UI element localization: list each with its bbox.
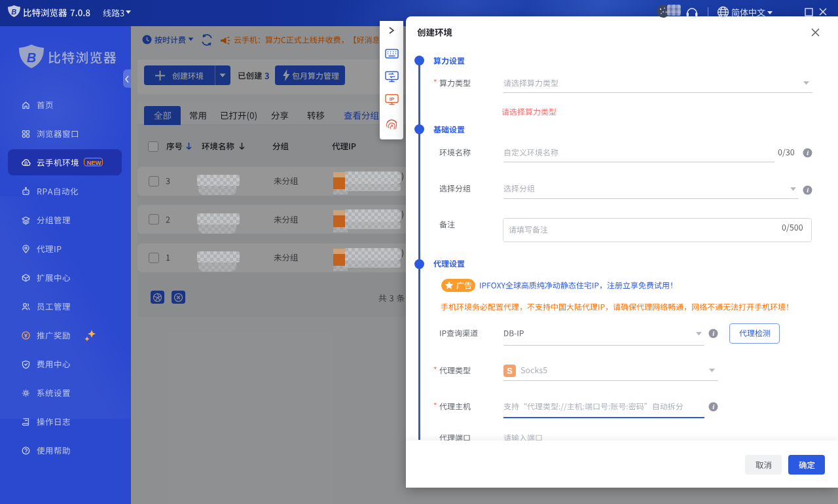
svg-text:i: i — [712, 403, 714, 410]
svg-text:i: i — [807, 187, 809, 194]
svg-text:i: i — [712, 330, 714, 337]
svg-text:B: B — [11, 8, 16, 16]
svg-text:IP: IP — [390, 96, 395, 102]
svg-text:i: i — [807, 149, 809, 156]
svg-text:S: S — [507, 366, 513, 376]
svg-text:B: B — [27, 50, 36, 65]
svg-text:NEW: NEW — [86, 159, 101, 166]
